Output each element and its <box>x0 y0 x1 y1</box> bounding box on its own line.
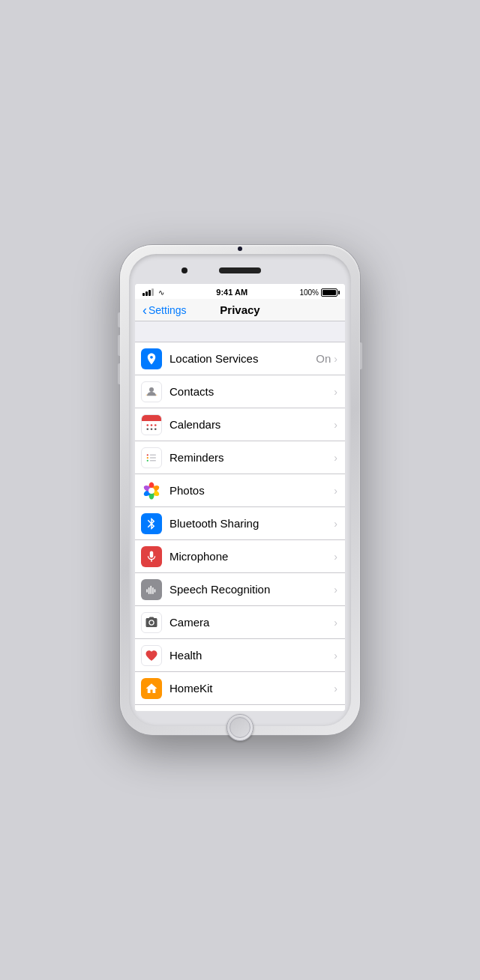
svg-rect-11 <box>150 454 156 456</box>
phone-frame: ∿ 9:41 AM 100% ‹ Settings Privacy <box>120 245 360 735</box>
volume-down-button[interactable] <box>118 363 120 384</box>
wifi-icon: ∿ <box>158 288 164 297</box>
list-item-homekit[interactable]: HomeKit › <box>135 672 345 705</box>
chevron-right-icon: › <box>334 485 338 497</box>
list-item-bluetooth-sharing[interactable]: Bluetooth Sharing › <box>135 507 345 540</box>
reminders-icon <box>141 447 162 468</box>
status-time: 9:41 AM <box>216 288 248 297</box>
chevron-right-icon: › <box>334 353 338 365</box>
volume-up-button[interactable] <box>118 335 120 356</box>
svg-point-5 <box>146 428 148 430</box>
camera-icon <box>141 612 162 633</box>
location-services-value: On <box>316 352 331 365</box>
homekit-label: HomeKit <box>170 682 334 695</box>
section-header <box>135 321 345 342</box>
location-services-icon <box>141 348 162 369</box>
location-services-label: Location Services <box>170 352 316 365</box>
calendars-label: Calendars <box>170 418 334 431</box>
signal-bars <box>142 288 154 296</box>
list-item-contacts[interactable]: Contacts › <box>135 375 345 408</box>
status-left: ∿ <box>142 288 164 297</box>
speaker <box>219 267 261 273</box>
phone-bottom <box>135 711 345 744</box>
bluetooth-sharing-label: Bluetooth Sharing <box>170 517 334 530</box>
chevron-right-icon: › <box>334 386 338 398</box>
svg-rect-23 <box>151 585 152 593</box>
svg-point-9 <box>147 456 148 458</box>
speech-recognition-icon <box>141 579 162 600</box>
list-item-location-services[interactable]: Location Services On › <box>135 342 345 375</box>
microphone-label: Microphone <box>170 550 334 563</box>
chevron-right-icon: › <box>334 683 338 695</box>
calendar-body <box>145 421 158 435</box>
list-item-media-apple-music[interactable]: Media & Apple Music › <box>135 705 345 711</box>
list-item-photos[interactable]: Photos › <box>135 474 345 507</box>
chevron-right-icon: › <box>334 551 338 563</box>
list-item-camera[interactable]: Camera › <box>135 606 345 639</box>
svg-point-0 <box>149 387 154 392</box>
speech-recognition-label: Speech Recognition <box>170 583 334 596</box>
svg-point-4 <box>154 424 157 426</box>
calendar-top <box>142 415 161 421</box>
chevron-right-icon: › <box>334 452 338 464</box>
mute-button[interactable] <box>118 312 120 327</box>
chevron-right-icon: › <box>334 650 338 662</box>
svg-rect-12 <box>150 457 156 459</box>
back-label: Settings <box>148 304 187 316</box>
list-item-microphone[interactable]: Microphone › <box>135 540 345 573</box>
svg-point-10 <box>147 459 148 461</box>
chevron-right-icon: › <box>334 584 338 596</box>
photos-label: Photos <box>170 484 334 497</box>
svg-rect-22 <box>148 587 150 594</box>
home-button[interactable] <box>226 714 254 741</box>
bluetooth-sharing-icon <box>141 513 162 534</box>
svg-rect-25 <box>154 589 156 593</box>
microphone-icon <box>141 546 162 567</box>
svg-rect-21 <box>146 589 148 593</box>
contacts-label: Contacts <box>170 385 334 398</box>
signal-bar-2 <box>146 291 148 296</box>
chevron-right-icon: › <box>334 617 338 629</box>
health-icon <box>141 645 162 666</box>
battery-fill <box>322 290 336 295</box>
back-chevron-icon: ‹ <box>142 303 147 317</box>
camera-lens <box>182 267 188 273</box>
battery-icon <box>321 288 338 297</box>
screen: ∿ 9:41 AM 100% ‹ Settings Privacy <box>135 284 345 711</box>
homekit-icon <box>141 678 162 699</box>
contacts-icon <box>141 381 162 402</box>
health-label: Health <box>170 649 334 662</box>
signal-bar-3 <box>148 290 151 296</box>
signal-bar-1 <box>142 293 145 296</box>
svg-point-6 <box>151 428 153 430</box>
page-title: Privacy <box>220 303 260 316</box>
back-button[interactable]: ‹ Settings <box>142 303 187 317</box>
nav-bar: ‹ Settings Privacy <box>135 299 345 321</box>
status-right: 100% <box>299 288 338 297</box>
photos-icon <box>141 480 162 501</box>
svg-rect-13 <box>150 460 156 462</box>
list-item-reminders[interactable]: Reminders › <box>135 441 345 474</box>
front-camera <box>238 246 242 251</box>
home-button-inner <box>230 717 250 738</box>
chevron-right-icon: › <box>334 518 338 530</box>
svg-point-8 <box>147 454 148 456</box>
calendars-icon <box>141 414 162 435</box>
settings-list: Location Services On › Contacts › <box>135 342 345 711</box>
signal-bar-4 <box>152 288 154 296</box>
reminders-label: Reminders <box>170 451 334 464</box>
power-button[interactable] <box>360 342 362 369</box>
svg-point-2 <box>146 424 148 426</box>
camera-label: Camera <box>170 616 334 629</box>
list-item-health[interactable]: Health › <box>135 639 345 672</box>
media-apple-music-icon <box>141 711 162 712</box>
top-bar <box>135 260 345 281</box>
phone-inner: ∿ 9:41 AM 100% ‹ Settings Privacy <box>129 254 351 726</box>
list-item-calendars[interactable]: Calendars › <box>135 408 345 441</box>
svg-rect-24 <box>152 587 154 594</box>
svg-point-7 <box>154 428 157 430</box>
list-item-speech-recognition[interactable]: Speech Recognition › <box>135 573 345 606</box>
svg-point-3 <box>151 424 153 426</box>
svg-point-20 <box>148 488 154 494</box>
chevron-right-icon: › <box>334 419 338 431</box>
